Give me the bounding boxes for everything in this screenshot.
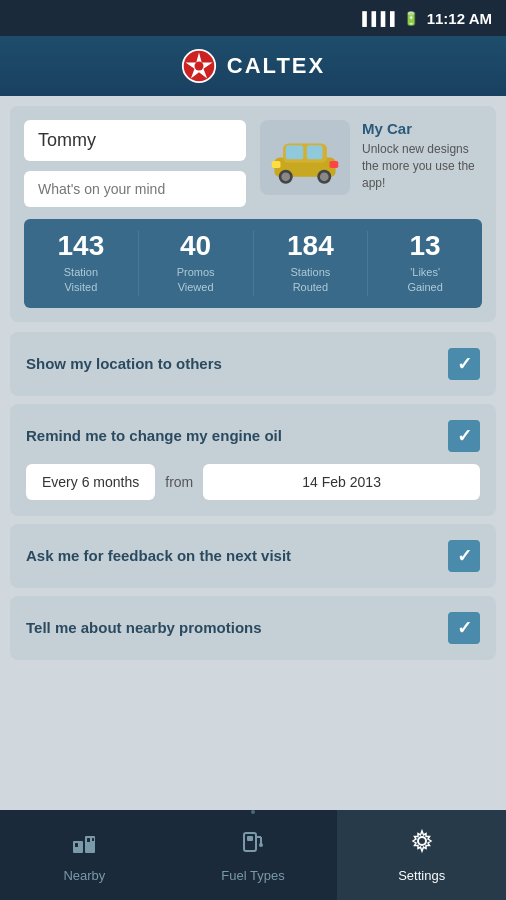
promotions-toggle-label: Tell me about nearby promotions (26, 619, 262, 636)
svg-rect-15 (75, 843, 78, 847)
promotions-toggle-section: Tell me about nearby promotions (10, 596, 496, 660)
nav-item-fuel[interactable]: Fuel Types (169, 810, 338, 900)
settings-icon (408, 827, 436, 862)
location-toggle-section: Show my location to others (10, 332, 496, 396)
svg-rect-13 (73, 841, 83, 853)
nearby-icon (70, 827, 98, 862)
bottom-nav: Nearby Fuel Types Settings (0, 810, 506, 900)
app-title: CALTEX (227, 53, 325, 79)
location-toggle-label: Show my location to others (26, 355, 222, 372)
stat-likes-gained: 13 'Likes'Gained (368, 231, 482, 296)
stats-row: 143 StationVisited 40 PromosViewed 184 S… (24, 219, 482, 308)
my-car-title: My Car (362, 120, 482, 137)
my-car-section: My Car Unlock new designs the more you u… (362, 120, 482, 207)
svg-point-8 (281, 172, 290, 181)
profile-card: Tommy (10, 106, 496, 322)
stat-stations-routed: 184 StationsRouted (254, 231, 369, 296)
svg-point-10 (320, 172, 329, 181)
car-icon (270, 130, 340, 185)
nav-divider (251, 810, 255, 814)
oil-date-button[interactable]: 14 Feb 2013 (203, 464, 480, 500)
svg-rect-12 (330, 161, 339, 168)
nearby-label: Nearby (63, 868, 105, 883)
svg-rect-16 (87, 838, 90, 842)
location-checkbox[interactable] (448, 348, 480, 380)
feedback-toggle-section: Ask me for feedback on the next visit (10, 524, 496, 588)
fuel-label: Fuel Types (221, 868, 284, 883)
feedback-checkbox[interactable] (448, 540, 480, 572)
battery-icon: 🔋 (403, 11, 419, 26)
fuel-icon (239, 827, 267, 862)
promotions-checkbox[interactable] (448, 612, 480, 644)
stat-promos-viewed: 40 PromosViewed (139, 231, 254, 296)
profile-left: Tommy (24, 120, 246, 207)
oil-reminder-label: Remind me to change my engine oil (26, 427, 282, 444)
oil-frequency-button[interactable]: Every 6 months (26, 464, 155, 500)
main-scroll-area: Tommy (0, 96, 506, 810)
settings-label: Settings (398, 868, 445, 883)
svg-rect-18 (244, 833, 256, 851)
car-image-container (260, 120, 350, 195)
username-display: Tommy (24, 120, 246, 161)
status-bar: ▐▐▐▐ 🔋 11:12 AM (0, 0, 506, 36)
status-time: 11:12 AM (427, 10, 492, 27)
svg-rect-19 (247, 836, 253, 841)
svg-point-22 (259, 843, 263, 847)
app-header: CALTEX (0, 36, 506, 96)
caltex-logo (181, 48, 217, 84)
oil-reminder-checkbox[interactable] (448, 420, 480, 452)
oil-reminder-section: Remind me to change my engine oil Every … (10, 404, 496, 516)
svg-rect-6 (307, 145, 323, 159)
svg-point-2 (194, 62, 203, 71)
feedback-toggle-label: Ask me for feedback on the next visit (26, 547, 291, 564)
nav-item-settings[interactable]: Settings (337, 810, 506, 900)
status-input[interactable] (24, 171, 246, 207)
my-car-desc: Unlock new designs the more you use the … (362, 141, 482, 191)
svg-rect-17 (92, 838, 94, 841)
svg-point-23 (418, 837, 426, 845)
svg-rect-5 (286, 145, 304, 159)
oil-from-label: from (165, 474, 193, 490)
svg-rect-11 (272, 161, 281, 168)
stat-stations-visited: 143 StationVisited (24, 231, 139, 296)
nav-item-nearby[interactable]: Nearby (0, 810, 169, 900)
signal-icon: ▐▐▐▐ (358, 11, 395, 26)
